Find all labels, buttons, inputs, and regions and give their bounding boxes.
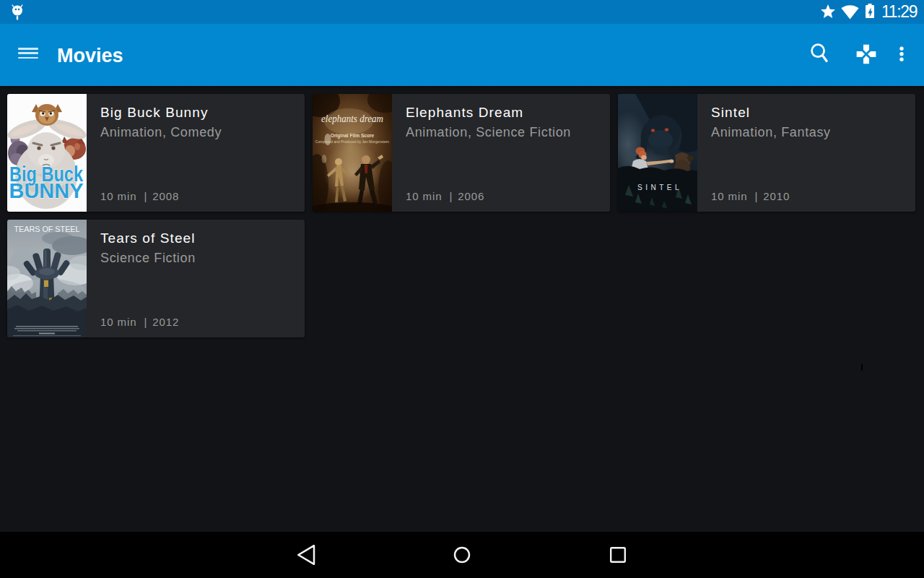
- svg-text:Original Film Score: Original Film Score: [331, 133, 375, 139]
- svg-text:Composed and Produced by Jan M: Composed and Produced by Jan Morgenstern: [315, 139, 390, 144]
- svg-text:elephants dream: elephants dream: [321, 113, 383, 124]
- svg-text:TEARS OF STEEL: TEARS OF STEEL: [14, 225, 80, 233]
- svg-text:BUNNY: BUNNY: [9, 178, 84, 202]
- svg-text:SINTEL: SINTEL: [637, 184, 682, 191]
